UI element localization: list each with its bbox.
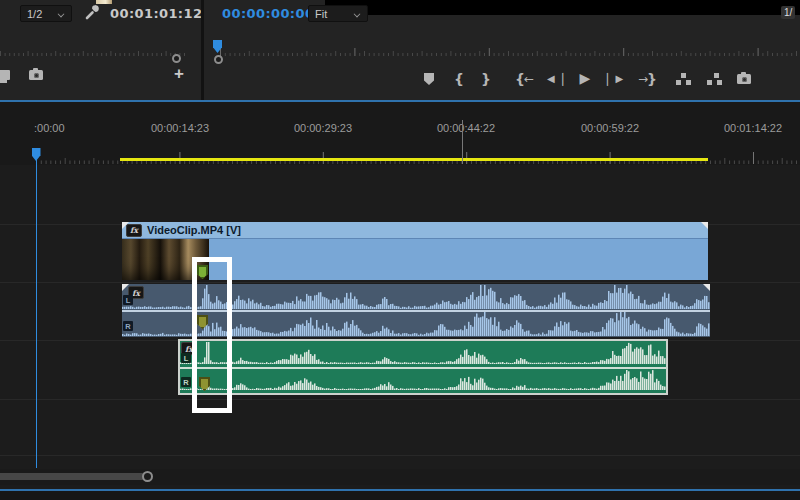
channel-badge-right: R <box>123 321 133 331</box>
music-clip[interactable]: fx L R <box>178 339 668 395</box>
program-timecode[interactable]: 00:00:00:00 <box>222 6 314 21</box>
goto-out-button[interactable]: →} <box>636 70 660 88</box>
waveform <box>180 369 666 393</box>
program-corner-zoom[interactable]: 1/ <box>781 6 795 19</box>
goto-in-button[interactable]: {← <box>512 70 536 88</box>
ruler-label: 00:00:44:22 <box>437 122 495 134</box>
chevron-down-icon <box>58 10 65 17</box>
video-clip-name: VideoClip.MP4 [V] <box>147 224 241 236</box>
timeline-panel: :00:00 00:00:14:23 00:00:29:23 00:00:44:… <box>0 102 800 489</box>
program-zoom-handle[interactable] <box>214 55 223 64</box>
extract-button[interactable] <box>705 70 723 88</box>
ruler-label: 00:00:14:23 <box>151 122 209 134</box>
settings-wrench-icon[interactable] <box>84 4 100 20</box>
export-frame-camera-icon[interactable] <box>29 70 43 80</box>
clip-notch-icon <box>701 222 708 229</box>
below-panel-strip <box>0 491 800 500</box>
source-zoom-value: 1/2 <box>27 8 42 20</box>
premiere-timeline-workspace: 1/2 00:01:01:12 + 00:00:00:00 Fit <box>0 0 800 500</box>
step-back-button[interactable]: ◀▕ <box>546 70 564 88</box>
play-button[interactable]: ▶ <box>576 69 594 87</box>
track-divider <box>0 399 800 400</box>
ruler-label: 00:00:29:23 <box>294 122 352 134</box>
playhead-line <box>36 160 38 468</box>
ruler-label: 00:00:59:22 <box>581 122 639 134</box>
ruler-label: :00:00 <box>34 122 65 134</box>
waveform <box>180 342 666 366</box>
track-divider <box>0 282 800 283</box>
channel-badge-right: R <box>181 377 191 387</box>
music-lane-left <box>180 341 666 367</box>
add-button[interactable]: + <box>174 64 184 84</box>
mark-in-button[interactable]: { <box>450 70 468 88</box>
music-lane-right <box>180 369 666 394</box>
step-forward-button[interactable]: ▏▶ <box>606 70 624 88</box>
mark-out-button[interactable]: } <box>477 70 495 88</box>
channel-divider <box>180 367 666 369</box>
ruler-ticks <box>36 148 800 164</box>
clip-notch-icon <box>122 222 129 229</box>
program-video-edge <box>325 0 800 15</box>
channel-badge-left: L <box>181 353 191 363</box>
edit-point-line <box>462 120 463 164</box>
export-frame-button[interactable] <box>735 70 753 88</box>
ruler-label: 00:01:14:22 <box>724 122 782 134</box>
source-zoom-select[interactable]: 1/2 <box>20 5 72 22</box>
settings-monitor-icon[interactable] <box>0 70 10 80</box>
highlight-box <box>192 257 232 413</box>
render-bar <box>120 158 708 161</box>
program-fit-value: Fit <box>315 8 327 20</box>
source-zoom-handle[interactable] <box>172 54 181 63</box>
source-mini-ruler[interactable] <box>0 42 188 56</box>
source-monitor-controls: 1/2 00:01:01:12 + <box>0 0 201 100</box>
channel-badge-left: L <box>123 295 133 305</box>
horizontal-scrollbar-thumb[interactable] <box>0 473 145 480</box>
program-fit-select[interactable]: Fit <box>308 5 368 22</box>
source-timecode: 00:01:01:12 <box>110 6 202 21</box>
lift-button[interactable] <box>674 70 692 88</box>
chevron-down-icon <box>354 10 361 17</box>
add-marker-button[interactable] <box>420 70 438 88</box>
track-divider <box>0 455 800 456</box>
video-clip-header: fx VideoClip.MP4 [V] <box>122 222 708 238</box>
program-monitor-controls: 00:00:00:00 Fit 1/ { } {← ◀▕ ▶ ▏▶ →} <box>204 0 800 100</box>
scrollbar-zoom-handle[interactable] <box>142 471 153 482</box>
program-mini-ruler[interactable] <box>220 42 800 56</box>
